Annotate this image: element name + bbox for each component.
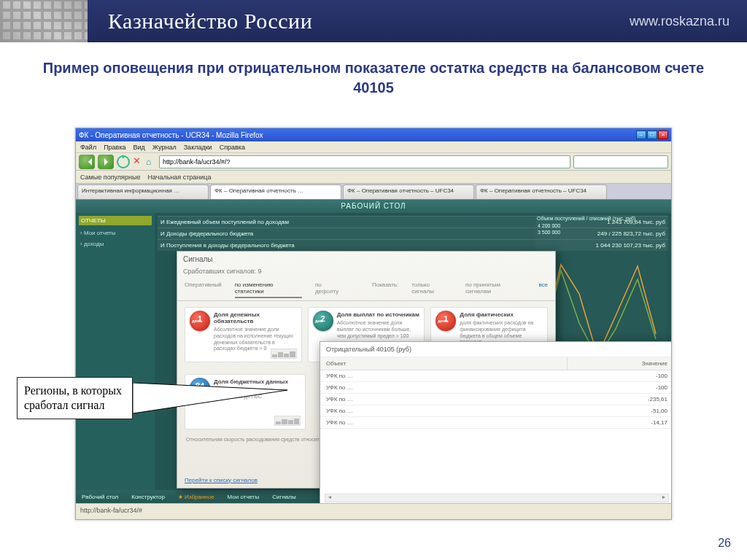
card-title: Доля фактических bbox=[460, 311, 543, 318]
row-label: И Поступления в доходы федерального бюдж… bbox=[160, 242, 295, 249]
badge-icon: 84дня bbox=[190, 378, 210, 398]
brand-url: www.roskazna.ru bbox=[630, 14, 729, 29]
table-row: УФК по …-235,61 bbox=[320, 394, 672, 405]
browser-statusbar: http://bank-fa/ucr34/# bbox=[76, 503, 671, 519]
card-body: Доля бюджетных данных доведенных до ПБС bbox=[214, 387, 301, 400]
sidebar-header: ОТЧЕТЫ bbox=[79, 216, 152, 225]
tab-3[interactable]: ФК – Оперативная отчетность – UFC34 bbox=[343, 184, 474, 199]
app-title: РАБОЧИЙ СТОЛ bbox=[76, 200, 671, 213]
signals-subtitle: Сработавших сигналов: 9 bbox=[177, 267, 555, 279]
dlg1-filter-only[interactable]: только сигналы bbox=[411, 281, 452, 298]
footer-desktop[interactable]: Рабочий стол bbox=[82, 494, 118, 500]
menu-edit[interactable]: Правка bbox=[104, 144, 125, 151]
callout-box: Регионы, в которых сработал сигнал bbox=[17, 377, 133, 419]
footer-favorites[interactable]: ★ Избранное bbox=[178, 494, 214, 500]
window-close-button[interactable]: × bbox=[658, 131, 668, 139]
window-titlebar: ФК - Оперативная отчетность - UCR34 - Mo… bbox=[76, 128, 671, 141]
browser-menubar: Файл Правка Вид Журнал Закладки Справка bbox=[76, 141, 671, 153]
menu-help[interactable]: Справка bbox=[220, 144, 245, 151]
bookmark-startpage[interactable]: Начальная страница bbox=[147, 174, 211, 181]
dlg1-filter-accepted[interactable]: по принятым сигналам bbox=[465, 281, 525, 298]
home-button[interactable]: ⌂ bbox=[146, 157, 156, 167]
dlg1-show-label: Показать: bbox=[372, 281, 398, 298]
slide-title: Пример оповещения при отрицательном пока… bbox=[0, 58, 747, 98]
mini-bar-icon bbox=[274, 416, 301, 426]
reload-button[interactable] bbox=[117, 155, 130, 168]
browser-tabs: Интерактивная информационная … ФК – Опер… bbox=[76, 184, 671, 200]
brand-header: Казначейство России www.roskazna.ru bbox=[0, 0, 747, 42]
bookmark-popular[interactable]: Самые популярные bbox=[80, 174, 140, 181]
dlg1-tab-default[interactable]: по дефолту bbox=[315, 281, 346, 298]
url-bar[interactable]: http://bank-fa/ucr34/#/? bbox=[159, 155, 570, 168]
chart-ytick2: 3 500 000 bbox=[535, 229, 667, 236]
table-row: УФК по …-100 bbox=[320, 370, 672, 382]
footer-builder[interactable]: Конструктор bbox=[131, 494, 165, 500]
chart-title: Объем поступлений / списаний (тыс. руб) bbox=[535, 214, 667, 222]
sidebar-item-reports[interactable]: › Мои отчеты bbox=[79, 228, 152, 238]
menu-bookmarks[interactable]: Закладки bbox=[184, 144, 212, 151]
chart-ytick: 4 200 000 bbox=[535, 222, 667, 229]
menu-file[interactable]: Файл bbox=[80, 144, 96, 151]
col-value: Значение bbox=[568, 357, 672, 370]
dlg1-link[interactable]: Перейти к списку сигналов bbox=[185, 477, 258, 483]
dlg1-tab-operative[interactable]: Оперативный bbox=[185, 281, 222, 298]
window-minimize-button[interactable]: – bbox=[636, 131, 646, 139]
search-bar[interactable] bbox=[573, 155, 668, 168]
dlg1-tab-stats[interactable]: по изменению статистики bbox=[235, 281, 302, 298]
dlg2-title: Отрицательный 40105 (руб) bbox=[320, 342, 672, 357]
menu-history[interactable]: Журнал bbox=[152, 144, 177, 151]
dlg1-filter-all[interactable]: все bbox=[538, 281, 548, 298]
signal-card[interactable]: 1день Доля денежных обязательств Абсолют… bbox=[185, 307, 302, 362]
row-label: И Доходы федерального бюджета bbox=[160, 230, 253, 237]
window-title: ФК - Оперативная отчетность - UCR34 - Mo… bbox=[79, 131, 263, 139]
signal-card[interactable]: 84дня Доля бюджетных данных Доля бюджетн… bbox=[185, 374, 306, 429]
mini-bar-icon bbox=[271, 349, 297, 359]
badge-icon: 1день bbox=[436, 311, 456, 331]
window-maximize-button[interactable]: □ bbox=[647, 131, 657, 139]
callout-text: Регионы, в которых сработал сигнал bbox=[24, 384, 122, 411]
card-body: Абсолютное значение доли выплат по источ… bbox=[337, 320, 421, 339]
card-title: Доля выплат по источникам bbox=[337, 311, 421, 318]
sidebar: ОТЧЕТЫ › Мои отчеты › доходы bbox=[76, 213, 155, 490]
footer-signals[interactable]: Сигналы bbox=[272, 494, 295, 500]
badge-icon: 1день bbox=[190, 311, 210, 331]
url-text: http://bank-fa/ucr34/#/? bbox=[163, 158, 231, 166]
negative-40105-dialog: Отрицательный 40105 (руб) Объект Значени… bbox=[320, 341, 672, 520]
table-row: УФК по …-51,00 bbox=[320, 405, 672, 417]
table-row: УФК по …-100 bbox=[320, 382, 672, 394]
badge-icon: 2дня bbox=[313, 311, 333, 331]
page-number: 26 bbox=[718, 537, 731, 550]
card-title: Доля денежных обязательств bbox=[214, 311, 298, 324]
stop-button[interactable]: ✕ bbox=[133, 157, 143, 167]
bookmark-bar: Самые популярные Начальная страница bbox=[76, 171, 671, 184]
row-label: И Ежедневный объем поступлений по дохода… bbox=[160, 219, 289, 225]
table-row: УФК по …-14,17 bbox=[320, 417, 672, 429]
browser-screenshot: ФК - Оперативная отчетность - UCR34 - Mo… bbox=[75, 128, 672, 520]
tab-2[interactable]: ФК – Оперативная отчетность … bbox=[210, 184, 341, 199]
horizontal-scrollbar[interactable] bbox=[325, 494, 669, 502]
menu-view[interactable]: Вид bbox=[133, 144, 145, 151]
signals-title: Сигналы bbox=[177, 252, 555, 267]
nav-forward-button[interactable] bbox=[98, 155, 114, 169]
tab-4[interactable]: ФК – Оперативная отчетность – UFC34 bbox=[476, 184, 607, 199]
footer-myreports[interactable]: Мои отчеты bbox=[228, 494, 260, 500]
card-title: Доля бюджетных данных bbox=[214, 378, 301, 385]
table-header: Объект Значение bbox=[320, 357, 672, 370]
nav-back-button[interactable] bbox=[79, 155, 95, 169]
col-object: Объект bbox=[320, 357, 568, 370]
browser-toolbar: ✕ ⌂ http://bank-fa/ucr34/#/? bbox=[76, 153, 671, 171]
sidebar-item-income[interactable]: › доходы bbox=[79, 238, 152, 249]
brand-title: Казначейство России bbox=[108, 9, 312, 34]
status-text: http://bank-fa/ucr34/# bbox=[80, 507, 142, 514]
brand-building-image bbox=[0, 0, 88, 42]
tab-1[interactable]: Интерактивная информационная … bbox=[77, 184, 209, 199]
